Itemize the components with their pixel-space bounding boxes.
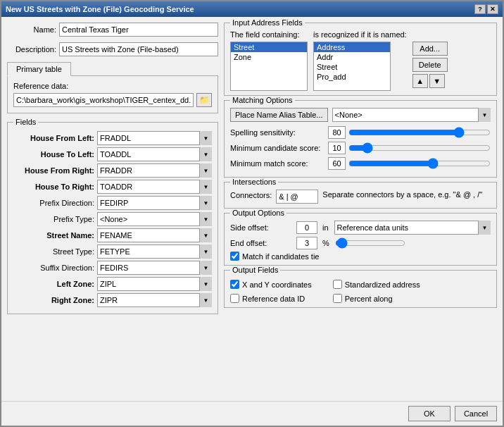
percent-along-checkbox[interactable] — [333, 294, 342, 303]
output-fields-col1: X and Y coordinates Reference data ID — [230, 278, 312, 303]
list-item-zone[interactable]: Zone — [231, 52, 307, 62]
address-col-fields: The field containing: Street Zone — [230, 30, 308, 91]
std-address-checkbox[interactable] — [333, 280, 342, 289]
connectors-desc: Separate connectors by a space, e.g. "& … — [322, 190, 482, 200]
down-arrow-button[interactable]: ▼ — [429, 74, 445, 88]
field-label-7: Street Type: — [13, 247, 94, 256]
side-offset-input[interactable] — [296, 221, 317, 234]
unit-select-wrapper: Reference data units ▼ — [334, 221, 491, 235]
main-content: Name: Description: Primary table Referen… — [1, 17, 503, 401]
field-select-wrapper-10: ZIPR ▼ — [97, 293, 212, 307]
field-select-9[interactable]: ZIPL — [97, 277, 212, 291]
fields-group: Fields House From Left: FRADDL ▼ House T… — [7, 122, 218, 314]
match-tie-checkbox[interactable] — [230, 252, 239, 261]
field-select-2[interactable]: FRADDR — [97, 163, 212, 178]
description-row: Description: — [7, 42, 218, 56]
place-name-alias-button[interactable]: Place Name Alias Table... — [230, 108, 328, 122]
xy-coords-label: X and Y coordinates — [242, 280, 312, 289]
ok-button[interactable]: OK — [408, 406, 451, 421]
connectors-input[interactable] — [276, 190, 318, 204]
list-item-street[interactable]: Street — [231, 42, 307, 52]
min-match-value-input[interactable] — [328, 157, 346, 170]
unit-select[interactable]: Reference data units — [334, 221, 491, 235]
none-dropdown-wrapper: <None> ▼ — [332, 108, 491, 122]
field-row-9: Left Zone: ZIPL ▼ — [13, 277, 212, 291]
title-bar-buttons: ? ✕ — [474, 4, 498, 14]
field-select-8[interactable]: FEDIRS — [97, 261, 212, 275]
list-item-address[interactable]: Address — [314, 42, 390, 52]
intersections-row: Connectors: Separate connectors by a spa… — [230, 190, 491, 204]
field-select-5[interactable]: <None> — [97, 212, 212, 226]
field-label-2: House From Right: — [13, 166, 94, 175]
name-row: Name: — [7, 23, 218, 37]
tab-primary-table[interactable]: Primary table — [7, 62, 71, 76]
field-select-7[interactable]: FETYPE — [97, 245, 212, 259]
add-button[interactable]: Add... — [412, 42, 448, 56]
input-address-group: Input Address Fields The field containin… — [224, 23, 497, 96]
up-arrow-button[interactable]: ▲ — [412, 74, 428, 88]
field-row-0: House From Left: FRADDL ▼ — [13, 131, 212, 145]
field-row-3: House To Right: TOADDR ▼ — [13, 180, 212, 194]
description-input[interactable] — [59, 42, 218, 56]
field-select-4[interactable]: FEDIRP — [97, 196, 212, 210]
ref-data-id-row: Reference data ID — [230, 294, 312, 303]
matching-options-group: Matching Options Place Name Alias Table.… — [224, 100, 497, 178]
min-match-slider[interactable] — [348, 159, 491, 168]
fields-title: Fields — [13, 118, 38, 126]
ref-data-input[interactable] — [13, 93, 194, 107]
field-label-0: House From Left: — [13, 134, 94, 142]
field-select-6[interactable]: FENAME — [97, 228, 212, 242]
delete-button[interactable]: Delete — [412, 58, 448, 72]
fields-rows: House From Left: FRADDL ▼ House To Left:… — [13, 131, 212, 307]
main-window: New US Streets with Zone (File) Geocodin… — [0, 0, 504, 427]
name-input[interactable] — [59, 23, 218, 37]
browse-button[interactable]: 📁 — [196, 93, 212, 107]
spelling-slider[interactable] — [348, 128, 491, 137]
field-list[interactable]: Street Zone — [230, 42, 308, 91]
field-select-0[interactable]: FRADDL — [97, 131, 212, 145]
spelling-value-input[interactable] — [328, 126, 346, 139]
min-candidate-value-input[interactable] — [328, 142, 346, 154]
field-row-10: Right Zone: ZIPR ▼ — [13, 293, 212, 307]
matching-title: Matching Options — [230, 96, 295, 104]
cancel-button[interactable]: Cancel — [455, 406, 497, 421]
field-select-3[interactable]: TOADDR — [97, 180, 212, 194]
list-item-addr[interactable]: Addr — [314, 52, 390, 62]
title-bar: New US Streets with Zone (File) Geocodin… — [1, 1, 503, 17]
field-row-2: House From Right: FRADDR ▼ — [13, 163, 212, 178]
output-options-rows: Side offset: in Reference data units ▼ E… — [230, 221, 491, 261]
field-label-6: Street Name: — [13, 231, 94, 240]
close-button[interactable]: ✕ — [487, 4, 498, 14]
field-row-4: Prefix Direction: FEDIRP ▼ — [13, 196, 212, 210]
field-select-wrapper-6: FENAME ▼ — [97, 228, 212, 242]
min-candidate-row: Minimum candidate score: — [230, 142, 491, 154]
xy-coords-checkbox[interactable] — [230, 280, 239, 289]
end-offset-input[interactable] — [296, 237, 317, 249]
matching-top-row: Place Name Alias Table... <None> ▼ — [230, 108, 491, 122]
help-button[interactable]: ? — [474, 4, 486, 14]
min-candidate-slider[interactable] — [348, 144, 491, 152]
field-label-8: Suffix Direction: — [13, 264, 94, 272]
field-select-1[interactable]: TOADDL — [97, 147, 212, 161]
field-row-8: Suffix Direction: FEDIRS ▼ — [13, 261, 212, 275]
min-match-row: Minimum match score: — [230, 157, 491, 170]
percent-along-row: Percent along — [333, 294, 420, 303]
none-select[interactable]: <None> — [332, 108, 491, 122]
output-fields-title: Output Fields — [230, 266, 280, 274]
field-label-3: House To Right: — [13, 182, 94, 191]
list-item-street-name[interactable]: Street — [314, 62, 390, 72]
side-offset-unit: in — [322, 223, 329, 232]
field-select-wrapper-0: FRADDL ▼ — [97, 131, 212, 145]
field-label-5: Prefix Type: — [13, 215, 94, 223]
ref-data-id-label: Reference data ID — [242, 295, 305, 303]
percent-along-label: Percent along — [345, 295, 393, 303]
field-label-9: Left Zone: — [13, 280, 94, 288]
ref-data-id-checkbox[interactable] — [230, 294, 239, 303]
col1-label: The field containing: — [230, 30, 308, 39]
field-select-10[interactable]: ZIPR — [97, 293, 212, 307]
address-col-names: is recognized if it is named: Address Ad… — [313, 30, 407, 91]
list-item-pro-add[interactable]: Pro_add — [314, 72, 390, 82]
output-fields-group: Output Fields X and Y coordinates Refere… — [224, 270, 497, 308]
end-offset-slider[interactable] — [335, 239, 405, 247]
names-list[interactable]: Address Addr Street Pro_add — [313, 42, 391, 91]
